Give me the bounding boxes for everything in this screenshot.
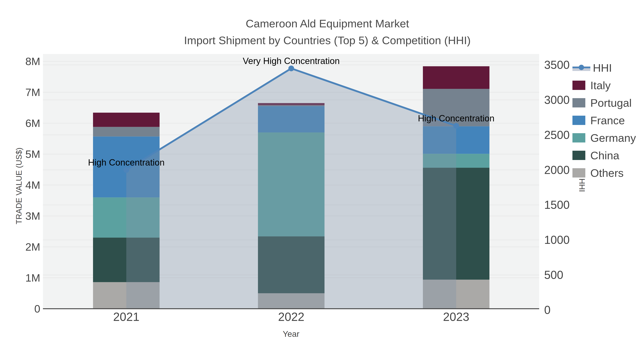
x-tick-2023: 2023: [443, 310, 470, 323]
legend-label: China: [590, 149, 619, 162]
chart-title-line1: Cameroon Ald Equipment Market: [246, 17, 409, 30]
legend-label: Italy: [590, 79, 611, 92]
left-tick-4M: 4M: [26, 179, 40, 191]
legend-item-italy[interactable]: Italy: [572, 76, 636, 94]
left-axis-title: TRADE VALUE (US$): [14, 147, 24, 224]
left-tick-1M: 1M: [26, 272, 40, 284]
legend-label: France: [590, 114, 625, 127]
legend-item-france[interactable]: France: [572, 112, 636, 129]
x-tick-2021: 2021: [113, 310, 140, 323]
hhi-marker-2022: [288, 66, 294, 71]
bar-segment-2021-portugal: [93, 127, 160, 137]
right-tick-2500: 2500: [544, 128, 570, 141]
legend-label: Portugal: [590, 96, 632, 109]
legend: HHIItalyPortugalFranceGermanyChinaOthers: [572, 59, 636, 182]
legend-label: Others: [590, 167, 624, 179]
right-tick-1500: 1500: [544, 198, 570, 211]
legend-label: HHI: [593, 61, 612, 74]
left-tick-0: 0: [34, 303, 40, 315]
left-tick-5M: 5M: [26, 148, 40, 160]
color-swatch-icon: [572, 168, 585, 178]
legend-item-portugal[interactable]: Portugal: [572, 94, 636, 112]
x-tick-2022: 2022: [278, 310, 304, 323]
color-swatch-icon: [572, 151, 585, 160]
left-tick-7M: 7M: [26, 86, 40, 98]
hhi-marker-2021: [124, 167, 129, 173]
color-swatch-icon: [572, 133, 585, 142]
legend-item-germany[interactable]: Germany: [572, 129, 636, 147]
right-tick-2000: 2000: [544, 164, 570, 176]
right-tick-500: 500: [544, 269, 563, 281]
left-tick-3M: 3M: [26, 210, 40, 222]
color-swatch-icon: [572, 98, 585, 107]
legend-item-hhi[interactable]: HHI: [572, 59, 636, 76]
annotation-2021: High Concentration: [88, 157, 164, 168]
left-tick-6M: 6M: [26, 117, 40, 129]
color-swatch-icon: [572, 81, 585, 90]
color-swatch-icon: [572, 116, 585, 125]
bar-segment-2021-italy: [93, 113, 160, 127]
chart-canvas: 01M2M3M4M5M6M7M8M05001000150020002500300…: [0, 0, 644, 362]
right-tick-1000: 1000: [544, 234, 570, 246]
figure: 01M2M3M4M5M6M7M8M05001000150020002500300…: [0, 0, 644, 362]
left-tick-8M: 8M: [26, 55, 40, 67]
bar-segment-2023-italy: [423, 66, 490, 89]
x-axis-title: Year: [283, 329, 300, 339]
right-tick-3000: 3000: [544, 93, 570, 106]
hhi-marker-2023: [453, 123, 459, 129]
legend-item-china[interactable]: China: [572, 147, 636, 164]
annotation-2022: Very High Concentration: [243, 56, 340, 66]
hhi-line-swatch-icon: [572, 63, 590, 72]
legend-item-others[interactable]: Others: [572, 164, 636, 182]
right-tick-0: 0: [544, 304, 550, 317]
chart-title-line2: Import Shipment by Countries (Top 5) & C…: [184, 34, 471, 47]
left-tick-2M: 2M: [26, 241, 40, 253]
right-tick-3500: 3500: [544, 58, 570, 71]
legend-label: Germany: [590, 132, 636, 144]
annotation-2023: High Concentration: [418, 113, 494, 123]
